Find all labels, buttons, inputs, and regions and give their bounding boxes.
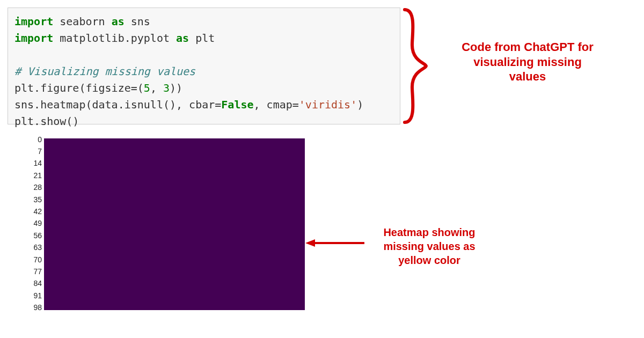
keyword-import: import [14,32,53,45]
code-text: plt.figure(figsize=( [14,82,144,94]
y-tick-label: 28 [26,183,42,192]
heatmap-body [44,138,305,310]
keyword-import: import [14,15,53,28]
y-tick-label: 35 [26,195,42,204]
y-tick-label: 84 [26,279,42,288]
code-text: matplotlib.pyplot [53,32,176,45]
heatmap-chart: 0714212835424956637077849198 [26,138,305,326]
x-axis [44,313,305,326]
brace-icon [402,8,429,124]
y-tick-label: 0 [26,135,42,144]
y-tick-label: 14 [26,159,42,167]
y-tick-label: 21 [26,171,42,180]
code-text: sns [125,15,150,28]
code-text: plt.show() [14,115,79,128]
code-string: 'viridis' [299,98,357,111]
code-text: ) [357,98,363,111]
y-tick-label: 7 [26,147,42,156]
arrow-left-icon [305,239,364,247]
code-text: seaborn [53,15,111,28]
keyword-as: as [112,15,125,28]
y-tick-label: 42 [26,207,42,216]
code-number: 3 [163,82,170,94]
code-comment: # Visualizing missing values [14,65,195,78]
keyword-as: as [176,32,189,45]
annotation-heatmap-label: Heatmap showing missing values as yellow… [370,225,488,267]
y-tick-label: 98 [26,303,42,312]
code-text: sns.heatmap(data.isnull(), cbar= [14,98,221,111]
y-tick-label: 63 [26,243,42,252]
svg-marker-1 [305,239,315,247]
code-block: import seaborn as sns import matplotlib.… [8,8,400,124]
y-tick-label: 77 [26,267,42,276]
y-tick-label: 49 [26,219,42,227]
code-bool: False [221,98,253,111]
y-tick-label: 70 [26,255,42,264]
code-text: )) [170,82,182,94]
annotation-code-label: Code from ChatGPT for visualizing missin… [457,40,598,84]
y-axis: 0714212835424956637077849198 [26,138,44,310]
code-text: plt [189,32,215,45]
y-tick-label: 91 [26,291,42,300]
code-text: , cmap= [254,98,299,111]
code-number: 5 [144,82,150,94]
y-tick-label: 56 [26,231,42,240]
code-text: , [150,82,163,94]
